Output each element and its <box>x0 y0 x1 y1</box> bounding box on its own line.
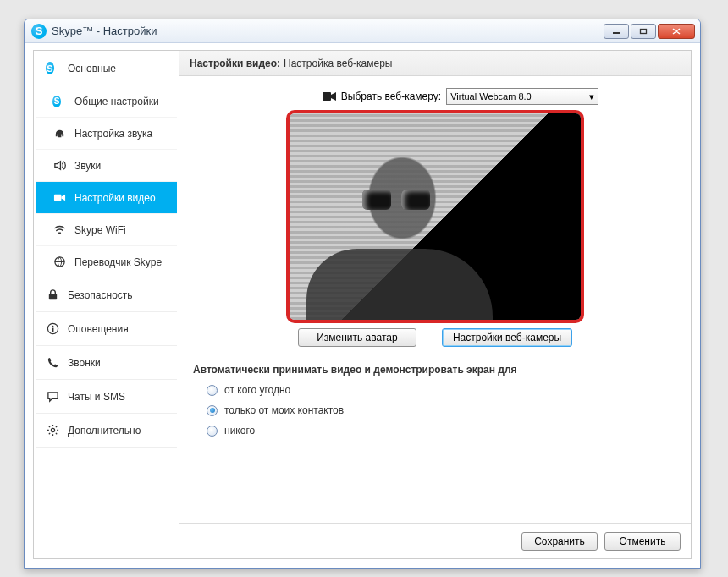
sidebar-item-video-settings[interactable]: Настройки видео <box>36 182 177 214</box>
radio-icon <box>207 405 218 416</box>
sidebar-item-advanced[interactable]: Дополнительно <box>36 414 177 448</box>
settings-window: S Skype™ - Настройки S Основные S Общие … <box>24 19 701 569</box>
sidebar-item-security[interactable]: Безопасность <box>36 278 177 312</box>
sidebar-item-notifications[interactable]: Оповещения <box>36 312 177 346</box>
window-title: Skype™ - Настройки <box>52 25 157 37</box>
skype-logo-icon: S <box>31 24 47 39</box>
globe-icon <box>52 256 66 269</box>
auto-accept-options: от кого угодно только от моих контактов … <box>193 384 677 437</box>
sidebar-item-label: Настройка звука <box>74 128 152 140</box>
camera-select[interactable]: Virtual Webcam 8.0 ▾ <box>446 88 598 105</box>
client-area: S Основные S Общие настройки Настройка з… <box>33 50 692 559</box>
sidebar-item-label: Оповещения <box>68 323 129 335</box>
wifi-icon <box>52 223 66 237</box>
maximize-button[interactable] <box>631 24 656 39</box>
minimize-button[interactable] <box>604 24 629 39</box>
auto-accept-label: Автоматически принимать видео и демонстр… <box>193 364 677 376</box>
sidebar-item-label: Переводчик Skype <box>74 256 162 268</box>
content-area: Выбрать веб-камеру: Virtual Webcam 8.0 ▾… <box>179 76 691 523</box>
chat-icon <box>46 390 59 404</box>
svg-rect-4 <box>48 294 56 300</box>
sidebar-item-label: Настройки видео <box>74 192 156 204</box>
skype-icon: S <box>52 95 66 108</box>
radio-icon <box>207 385 218 396</box>
radio-label: только от моих контактов <box>224 404 344 416</box>
cancel-button[interactable]: Отменить <box>604 532 681 551</box>
camcorder-icon <box>323 91 336 102</box>
radio-option-anyone[interactable]: от кого угодно <box>207 384 677 396</box>
skype-icon: S <box>46 62 59 75</box>
sidebar-item-label: Безопасность <box>68 289 133 301</box>
svg-rect-1 <box>641 29 647 33</box>
camcorder-icon <box>52 191 66 205</box>
svg-point-6 <box>52 326 53 327</box>
sidebar-item-chat-sms[interactable]: Чаты и SMS <box>36 380 177 414</box>
save-button[interactable]: Сохранить <box>521 532 598 551</box>
main-panel: Настройки видео: Настройка веб-камеры Вы… <box>179 51 691 558</box>
sidebar-item-label: Звуки <box>74 160 101 172</box>
section-title-rest: Настройка веб-камеры <box>284 58 392 69</box>
change-avatar-button[interactable]: Изменить аватар <box>298 328 416 347</box>
sidebar-item-skype-wifi[interactable]: Skype WiFi <box>36 214 177 246</box>
button-label: Изменить аватар <box>317 332 398 343</box>
sidebar-item-sounds[interactable]: Звуки <box>36 150 177 182</box>
svg-rect-9 <box>323 92 331 101</box>
camera-select-value: Virtual Webcam 8.0 <box>450 91 532 102</box>
webcam-settings-button[interactable]: Настройки веб-камеры <box>442 328 572 347</box>
svg-point-8 <box>51 428 54 431</box>
sidebar-item-label: Дополнительно <box>68 425 141 437</box>
svg-rect-0 <box>613 32 620 34</box>
radio-icon <box>207 426 218 437</box>
radio-option-contacts[interactable]: только от моих контактов <box>207 404 677 416</box>
info-icon <box>46 322 59 336</box>
sidebar-item-label: Звонки <box>68 357 101 369</box>
sidebar-item-general[interactable]: S Основные <box>36 52 177 85</box>
section-title-bold: Настройки видео: <box>190 58 280 69</box>
svg-rect-2 <box>53 195 60 201</box>
sidebar-item-label: Общие настройки <box>74 96 159 107</box>
sidebar-item-label: Чаты и SMS <box>68 391 125 403</box>
gear-icon <box>46 424 59 437</box>
webcam-preview <box>286 110 584 323</box>
sidebar-item-general-settings[interactable]: S Общие настройки <box>36 85 177 118</box>
phone-icon <box>46 356 59 370</box>
sidebar: S Основные S Общие настройки Настройка з… <box>34 51 179 558</box>
lock-icon <box>46 288 59 302</box>
sidebar-item-calls[interactable]: Звонки <box>36 346 177 380</box>
speaker-icon <box>52 159 66 173</box>
radio-option-nobody[interactable]: никого <box>207 425 677 437</box>
button-label: Настройки веб-камеры <box>453 332 561 343</box>
radio-label: никого <box>224 425 255 437</box>
sidebar-item-label: Основные <box>68 63 116 74</box>
button-label: Отменить <box>620 536 666 547</box>
titlebar[interactable]: S Skype™ - Настройки <box>25 19 700 43</box>
camera-select-label: Выбрать веб-камеру: <box>341 91 441 102</box>
headset-icon <box>52 127 66 140</box>
radio-label: от кого угодно <box>224 384 290 396</box>
sidebar-item-label: Skype WiFi <box>74 224 126 236</box>
close-button[interactable] <box>658 24 695 39</box>
section-header: Настройки видео: Настройка веб-камеры <box>179 51 691 76</box>
chevron-down-icon: ▾ <box>589 91 594 102</box>
button-label: Сохранить <box>534 536 585 547</box>
sidebar-item-translator[interactable]: Переводчик Skype <box>36 246 177 278</box>
sidebar-item-audio-settings[interactable]: Настройка звука <box>36 118 177 150</box>
dialog-footer: Сохранить Отменить <box>179 523 691 558</box>
svg-rect-7 <box>52 328 53 332</box>
